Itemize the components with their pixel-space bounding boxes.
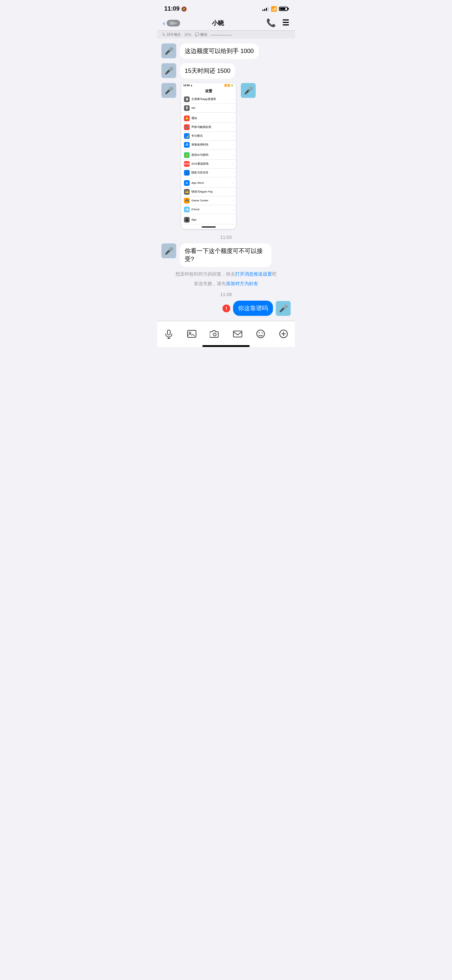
emoji-button[interactable] [254, 328, 267, 340]
avatar: 🎤 [162, 83, 176, 98]
input-area [157, 321, 295, 347]
send-error-icon[interactable]: ! [222, 304, 230, 312]
notification-text: 想及时收到对方的回复，快去打开消息推送设置吧 [157, 269, 295, 279]
battery-icon [279, 7, 288, 11]
ss-icon: 🎮 [184, 198, 190, 204]
ss-group: 🖥 主屏幕与App资源库 › 🎙 Siri › [181, 95, 236, 113]
svg-point-9 [261, 332, 262, 334]
message-bubble: 15天时间还 1500 [180, 63, 235, 79]
push-settings-link[interactable]: 打开消息推送设置 [235, 271, 272, 277]
ss-row: 🖥 主屏幕与App资源库 › [181, 95, 236, 104]
nav-bar: ‹ 99+ 小晓 📞 ☰ [157, 16, 295, 31]
image-button[interactable] [186, 328, 198, 340]
ss-icon: 🔒 [184, 152, 190, 158]
screenshot-image: 10:59 ▲ 📶📶🔋 设置 🖥 主屏幕与App资源库 › 🎙 Si [181, 83, 236, 229]
ss-icon: 📱 [184, 217, 190, 223]
time-display: 11:09 [164, 5, 179, 13]
mute-icon: 🔕 [181, 6, 187, 12]
svg-rect-0 [167, 330, 170, 335]
ss-row: 💳 钱包与Apple Pay › [181, 188, 236, 196]
chat-title: 小晓 [170, 19, 266, 27]
avatar: 🎤 [162, 43, 176, 58]
status-bar: 11:09 🔕 📶 [157, 0, 295, 16]
ss-row: SOS SOS紧急联络 › [181, 160, 236, 169]
ss-row: 🔊 声效与触感反馈 › [181, 123, 236, 132]
voice-input-button[interactable] [162, 328, 175, 340]
ss-icon: 🖥 [184, 97, 190, 102]
ss-group: A App Store › 💳 钱包与Apple Pay › 🎮 Game [181, 179, 236, 214]
ss-row: ☁️ iCloud › [181, 205, 236, 214]
avatar-sent: 🎤 [241, 83, 256, 98]
chat-area: 🎤 这边额度可以给到手 1000 🎤 15天时间还 1500 🎤 10:59 ▲… [157, 38, 295, 321]
avatar-sent: 🎤 [276, 301, 290, 316]
status-icons: 📶 [262, 6, 288, 12]
ss-row: 📱 App › [181, 215, 236, 224]
ss-icon: 🔊 [184, 124, 190, 130]
svg-point-8 [259, 332, 260, 334]
ss-icon: 🔵 [184, 170, 190, 176]
message-row: 🎤 你看一下这个额度可不可以接受? [157, 241, 295, 270]
ss-icon: 🌙 [184, 133, 190, 139]
message-row-sent: 🎤 你这靠谱吗 ! [157, 299, 295, 318]
ss-icon: 💳 [184, 189, 190, 195]
ss-icon: 🔔 [184, 116, 190, 121]
home-indicator [202, 345, 250, 347]
ss-group: 🔒 面容ID与密码 › SOS SOS紧急联络 › 🔵 隐私与安全性 [181, 151, 236, 177]
ss-row: ⏱ 屏幕使用时间 › [181, 141, 236, 150]
ss-icon: ☁️ [184, 207, 190, 212]
app1-percent: 16% [184, 33, 191, 37]
call-icon[interactable]: 📞 [266, 18, 276, 27]
signal-icon [262, 7, 269, 11]
ss-row: 🔔 通知 › [181, 114, 236, 123]
top-preview-strip: 🃏 JJ斗地主 16% 💬 微信 —————— [157, 31, 295, 38]
timestamp: 11:03 [157, 231, 295, 241]
ss-group: 🔔 通知 › 🔊 声效与触感反馈 › 🌙 专注模式 [181, 114, 236, 150]
scroll-bar [201, 226, 216, 228]
svg-point-7 [257, 330, 265, 338]
app2-label: 💬 微信 [195, 32, 207, 37]
message-row: 🎤 15天时间还 1500 [157, 61, 295, 81]
ss-row: 🔵 隐私与安全性 › [181, 169, 236, 177]
app1-label: 🃏 JJ斗地主 [162, 32, 181, 37]
ss-group: 📱 App › [181, 215, 236, 224]
message-bubble: 你看一下这个额度可不可以接受? [180, 243, 271, 267]
message-row: 🎤 这边额度可以给到手 1000 [157, 41, 295, 61]
avatar: 🎤 [162, 243, 176, 258]
ss-row: 🎙 Siri › [181, 104, 236, 113]
add-button[interactable] [277, 328, 290, 340]
input-toolbar [157, 324, 295, 342]
ss-status-bar: 10:59 ▲ 📶📶🔋 [181, 83, 236, 88]
ss-row: 🌙 专注模式 › [181, 132, 236, 141]
send-failed-text: 发送失败，请先添加对方为好友 [157, 279, 295, 288]
message-row-screenshot: 🎤 10:59 ▲ 📶📶🔋 设置 🖥 主屏幕与App资源库 › [157, 81, 295, 231]
svg-point-5 [213, 333, 216, 336]
nav-actions: 📞 ☰ [266, 18, 289, 27]
back-chevron-icon: ‹ [163, 19, 165, 27]
message-bubble: 这边额度可以给到手 1000 [180, 43, 259, 59]
ss-icon: A [184, 180, 190, 186]
message-bubble-sent: 你这靠谱吗 [233, 301, 273, 316]
mail-button[interactable] [231, 328, 244, 340]
menu-icon[interactable]: ☰ [282, 18, 289, 27]
ss-title: 设置 [181, 88, 236, 95]
timestamp: 11:09 [157, 288, 295, 299]
ss-icon: ⏱ [184, 142, 190, 148]
ss-row: 🎮 Game Center › [181, 196, 236, 205]
add-friend-link[interactable]: 添加对方为好友 [226, 281, 258, 286]
ss-icon: SOS [184, 161, 190, 167]
ss-row: 🔒 面容ID与密码 › [181, 151, 236, 160]
ss-icon: 🎙 [184, 105, 190, 111]
svg-rect-6 [233, 331, 242, 337]
avatar: 🎤 [162, 63, 176, 78]
wifi-icon: 📶 [271, 6, 277, 12]
status-time-area: 11:09 🔕 [164, 5, 187, 13]
ss-row: A App Store › [181, 179, 236, 188]
camera-button[interactable] [208, 328, 221, 340]
